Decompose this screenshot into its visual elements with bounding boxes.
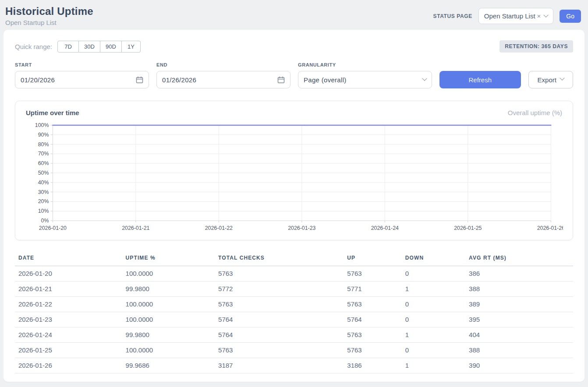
table-cell: 100.0000 xyxy=(122,343,215,358)
page-heading: Historical Uptime Open Startup List xyxy=(5,5,93,26)
svg-text:90%: 90% xyxy=(38,132,49,138)
table-cell: 2026-01-20 xyxy=(15,266,122,281)
chevron-down-icon xyxy=(544,12,549,17)
granularity-selected-value: Page (overall) xyxy=(304,76,347,84)
calendar-icon[interactable] xyxy=(277,76,285,84)
header-controls: STATUS PAGE Open Startup List × Go xyxy=(433,5,581,24)
start-date-group: START 01/20/2026 xyxy=(15,62,149,88)
table-cell: 395 xyxy=(465,312,573,327)
table-cell: 5764 xyxy=(215,327,344,343)
column-header: DATE xyxy=(15,251,122,266)
end-date-group: END 01/26/2026 xyxy=(156,62,290,88)
svg-text:2026-01-21: 2026-01-21 xyxy=(122,225,149,231)
chart-title: Uptime over time xyxy=(26,109,79,116)
quick-range-row: Quick range: 7D30D90D1Y RETENTION: 365 D… xyxy=(15,40,573,53)
table-row: 2026-01-20100.0000576357630386 xyxy=(15,266,573,281)
svg-text:30%: 30% xyxy=(38,189,49,195)
go-button[interactable]: Go xyxy=(560,10,581,23)
svg-text:80%: 80% xyxy=(38,141,49,148)
end-date-value: 01/26/2026 xyxy=(162,76,196,84)
table-row: 2026-01-2199.9800577257711388 xyxy=(15,281,573,297)
column-header: DOWN xyxy=(402,251,465,266)
quick-range-button-90d[interactable]: 90D xyxy=(100,41,122,53)
svg-text:60%: 60% xyxy=(38,160,49,166)
uptime-line-chart: 0%10%20%30%40%50%60%70%80%90%100%2026-01… xyxy=(25,121,563,236)
table-cell: 5772 xyxy=(215,281,344,297)
page-title: Historical Uptime xyxy=(5,5,93,18)
table-cell: 0 xyxy=(402,297,465,312)
table-cell: 2026-01-26 xyxy=(15,358,122,373)
end-date-label: END xyxy=(156,62,290,67)
table-cell: 1 xyxy=(402,281,465,297)
column-header: UP xyxy=(344,251,401,266)
table-row: 2026-01-2499.9800576457631404 xyxy=(15,327,573,343)
table-header: DATEUPTIME %TOTAL CHECKSUPDOWNAVG RT (MS… xyxy=(15,251,573,266)
uptime-table: DATEUPTIME %TOTAL CHECKSUPDOWNAVG RT (MS… xyxy=(15,251,573,373)
filters-row: START 01/20/2026 END 01/26/2026 xyxy=(15,62,573,88)
table-cell: 0 xyxy=(402,266,465,281)
table-cell: 0 xyxy=(402,312,465,327)
quick-range-label: Quick range: xyxy=(15,43,52,50)
table-cell: 5771 xyxy=(344,281,401,297)
table-cell: 389 xyxy=(465,297,573,312)
table-cell: 388 xyxy=(465,343,573,358)
status-page-select[interactable]: Open Startup List × xyxy=(478,8,554,24)
table-cell: 100.0000 xyxy=(122,297,215,312)
chevron-down-icon xyxy=(422,76,427,81)
svg-text:40%: 40% xyxy=(38,179,49,186)
svg-text:2026-01-23: 2026-01-23 xyxy=(288,225,315,231)
svg-text:2026-01-26: 2026-01-26 xyxy=(537,225,563,231)
table-cell: 5763 xyxy=(215,266,344,281)
table-cell: 99.9686 xyxy=(122,358,215,373)
table-row: 2026-01-2699.9686318731861390 xyxy=(15,358,573,373)
uptime-chart-card: Uptime over time Overall uptime (%) 0%10… xyxy=(15,101,573,240)
quick-range-button-30d[interactable]: 30D xyxy=(79,41,100,53)
table-cell: 390 xyxy=(465,358,573,373)
table-cell: 100.0000 xyxy=(122,312,215,327)
status-page-selected-value: Open Startup List xyxy=(484,12,535,20)
table-cell: 2026-01-25 xyxy=(15,343,122,358)
svg-text:100%: 100% xyxy=(35,122,49,128)
table-cell: 2026-01-24 xyxy=(15,327,122,343)
table-cell: 1 xyxy=(402,358,465,373)
table-cell: 2026-01-23 xyxy=(15,312,122,327)
svg-text:2026-01-22: 2026-01-22 xyxy=(205,225,233,231)
table-cell: 3187 xyxy=(215,358,344,373)
retention-badge: RETENTION: 365 DAYS xyxy=(499,40,573,53)
start-date-label: START xyxy=(15,62,149,67)
quick-range-button-7d[interactable]: 7D xyxy=(57,41,79,53)
svg-text:70%: 70% xyxy=(38,151,49,157)
table-cell: 99.9800 xyxy=(122,281,215,297)
chart-header: Uptime over time Overall uptime (%) xyxy=(25,109,563,116)
table-cell: 2026-01-21 xyxy=(15,281,122,297)
column-header: AVG RT (MS) xyxy=(465,251,573,266)
table-row: 2026-01-23100.0000576457640395 xyxy=(15,312,573,327)
table-cell: 404 xyxy=(465,327,573,343)
table-cell: 5763 xyxy=(215,343,344,358)
calendar-icon[interactable] xyxy=(136,76,143,84)
table-cell: 5764 xyxy=(344,312,401,327)
page-header: Historical Uptime Open Startup List STAT… xyxy=(0,0,588,30)
export-button[interactable]: Export xyxy=(528,71,573,88)
refresh-button[interactable]: Refresh xyxy=(439,71,521,88)
table-cell: 3186 xyxy=(344,358,401,373)
table-cell: 388 xyxy=(465,281,573,297)
table-cell: 5763 xyxy=(344,343,401,358)
status-page-label: STATUS PAGE xyxy=(433,13,472,19)
quick-range-button-1y[interactable]: 1Y xyxy=(122,41,141,53)
clear-selection-icon[interactable]: × xyxy=(537,12,541,20)
svg-text:2026-01-25: 2026-01-25 xyxy=(454,225,482,231)
end-date-input[interactable]: 01/26/2026 xyxy=(156,71,290,88)
chart-legend: Overall uptime (%) xyxy=(508,109,562,116)
start-date-value: 01/20/2026 xyxy=(21,76,55,84)
table-cell: 5763 xyxy=(215,297,344,312)
table-cell: 5764 xyxy=(215,312,344,327)
table-cell: 99.9800 xyxy=(122,327,215,343)
table-cell: 5763 xyxy=(344,297,401,312)
granularity-label: GRANULARITY xyxy=(298,62,432,67)
start-date-input[interactable]: 01/20/2026 xyxy=(15,71,149,88)
table-cell: 5763 xyxy=(344,266,401,281)
svg-text:0%: 0% xyxy=(41,218,49,224)
granularity-select[interactable]: Page (overall) xyxy=(298,71,432,88)
export-button-label: Export xyxy=(538,76,556,84)
